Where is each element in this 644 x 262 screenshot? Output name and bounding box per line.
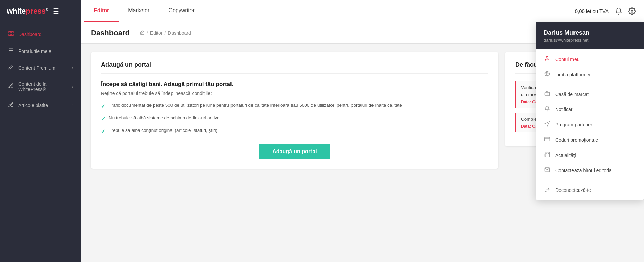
power-icon — [544, 186, 550, 194]
chevron-icon-articole: › — [72, 103, 73, 108]
dropdown-item-notificari[interactable]: Notificări — [536, 102, 644, 117]
dropdown-item-casa-marcat[interactable]: Casă de marcat — [536, 86, 644, 102]
dropdown-label-program-partener: Program partener — [555, 122, 592, 127]
check-icon-1: ✔ — [101, 115, 105, 123]
dropdown-item-program-partener[interactable]: Program partener — [536, 117, 644, 132]
dropdown-item-deconecteaza[interactable]: Deconectează-te — [536, 182, 644, 198]
dropdown-label-deconecteaza: Deconectează-te — [555, 187, 591, 193]
check-icon-0: ✔ — [101, 102, 105, 110]
top-nav: whitepress® ☰ Editor Marketer Copywriter… — [0, 0, 644, 22]
dropdown-item-contul-meu[interactable]: Contul meu — [536, 52, 644, 67]
dropdown-label-actualitati: Actualități — [555, 153, 576, 158]
dropdown-label-notificari: Notificări — [555, 107, 573, 112]
add-portal-subtext: Reține că portalul trebuie să îndeplinea… — [101, 90, 488, 96]
cash-register-icon — [544, 90, 550, 98]
page-title: Dashboard — [91, 28, 130, 37]
chevron-icon-content-premium: › — [72, 66, 73, 70]
notifications-button[interactable] — [615, 7, 622, 15]
person-icon — [544, 56, 550, 63]
sidebar-item-content-premium[interactable]: Content Premium › — [0, 60, 81, 77]
logo: whitepress® — [7, 7, 48, 16]
dropdown-user-email: darius@whitepress.net — [544, 38, 636, 43]
sidebar-label-dashboard: Dashboard — [18, 32, 73, 37]
dropdown-item-coduri-promotionale[interactable]: Coduri promoționale — [536, 132, 644, 147]
svg-point-8 — [546, 56, 548, 58]
tab-copywriter[interactable]: Copywriter — [159, 0, 204, 22]
dropdown-label-limba: Limba platformei — [555, 72, 590, 77]
bell-icon — [615, 7, 622, 15]
tab-marketer[interactable]: Marketer — [119, 0, 159, 22]
nav-right: 0,00 lei cu TVA — [575, 7, 644, 15]
sidebar-label-content-premium: Content Premium — [18, 65, 68, 71]
svg-point-0 — [631, 10, 633, 12]
checklist-item-2: ✔ Trebuie să aibă conținut original (art… — [101, 127, 488, 136]
add-portal-card-title: Adaugă un portal — [101, 61, 488, 74]
breadcrumb: / Editor / Dashboard — [140, 30, 191, 36]
content-whitepress-icon — [7, 83, 14, 90]
sidebar-label-portalurile: Portalurile mele — [18, 48, 73, 54]
dashboard-icon — [7, 31, 14, 38]
logo-area: whitepress® ☰ — [0, 0, 81, 22]
chevron-icon-content-whitepress: › — [72, 84, 73, 89]
dropdown-label-contacteaza: Contactează biroul editorial — [555, 168, 613, 173]
hamburger-icon[interactable]: ☰ — [53, 7, 59, 15]
envelope-icon — [544, 167, 550, 174]
svg-rect-3 — [9, 34, 11, 36]
dropdown-label-contul-meu: Contul meu — [555, 57, 580, 62]
sidebar-label-articole: Articole plătite — [18, 103, 68, 108]
checklist-text-1: Nu trebuie să aibă sisteme de schimb de … — [109, 115, 221, 121]
add-portal-card: Adaugă un portal Începe să câștigi bani.… — [91, 52, 498, 169]
dropdown-items: Contul meu Limba platformei Casă de marc… — [536, 49, 644, 200]
breadcrumb-sep2: / — [164, 30, 166, 36]
breadcrumb-editor[interactable]: Editor — [150, 30, 163, 36]
svg-rect-2 — [11, 31, 13, 33]
tab-editor[interactable]: Editor — [84, 0, 119, 22]
svg-rect-1 — [9, 31, 11, 33]
dropdown-item-contacteaza[interactable]: Contactează biroul editorial — [536, 163, 644, 178]
nav-tabs: Editor Marketer Copywriter — [81, 0, 575, 22]
megaphone-icon — [544, 121, 550, 128]
dropdown-item-limba-platformei[interactable]: Limba platformei — [536, 67, 644, 82]
dropdown-label-casa-marcat: Casă de marcat — [555, 92, 589, 97]
check-icon-2: ✔ — [101, 127, 105, 136]
add-portal-heading: Începe să câștigi bani. Adaugă primul tă… — [101, 81, 488, 88]
balance-display: 0,00 lei cu TVA — [575, 8, 609, 14]
portalurile-icon — [7, 47, 14, 55]
breadcrumb-home-icon[interactable] — [140, 30, 145, 36]
svg-rect-14 — [544, 137, 550, 141]
sidebar-label-content-whitepress: Content de la WhitePress® — [18, 81, 68, 92]
articole-icon — [7, 102, 14, 109]
dropdown-user-name: Darius Muresan — [544, 29, 636, 36]
dropdown-header: Darius Muresan darius@whitepress.net — [536, 22, 644, 49]
sidebar-item-portalurile-mele[interactable]: Portalurile mele — [0, 43, 81, 60]
sidebar-item-articole-platite[interactable]: Articole plătite › — [0, 97, 81, 114]
user-dropdown-menu: Darius Muresan darius@whitepress.net Con… — [536, 22, 644, 200]
add-portal-button[interactable]: Adaugă un portal — [259, 144, 330, 159]
dropdown-divider-2 — [536, 180, 644, 180]
checklist-text-0: Trafic documentat de peste 500 de utiliz… — [109, 102, 402, 109]
sidebar: Dashboard Portalurile mele Content Premi… — [0, 22, 81, 262]
ticket-icon — [544, 136, 550, 143]
breadcrumb-current: Dashboard — [168, 30, 191, 36]
gear-icon — [628, 7, 636, 15]
dropdown-label-coduri: Coduri promoționale — [555, 137, 598, 143]
checklist-text-2: Trebuie să aibă conținut original (artic… — [109, 127, 217, 134]
checklist: ✔ Trafic documentat de peste 500 de util… — [101, 102, 488, 136]
bell-menu-icon — [544, 106, 550, 113]
sidebar-item-content-whitepress[interactable]: Content de la WhitePress® › — [0, 77, 81, 97]
dropdown-item-actualitati[interactable]: Actualități — [536, 147, 644, 163]
svg-rect-4 — [11, 34, 13, 36]
checklist-item-0: ✔ Trafic documentat de peste 500 de util… — [101, 102, 488, 110]
breadcrumb-sep1: / — [147, 30, 148, 36]
settings-button[interactable] — [628, 7, 636, 15]
content-premium-icon — [7, 64, 14, 72]
newspaper-icon — [544, 152, 550, 159]
dropdown-divider-1 — [536, 84, 644, 84]
checklist-item-1: ✔ Nu trebuie să aibă sisteme de schimb d… — [101, 115, 488, 123]
sidebar-item-dashboard[interactable]: Dashboard — [0, 26, 81, 43]
globe-icon — [544, 71, 550, 78]
